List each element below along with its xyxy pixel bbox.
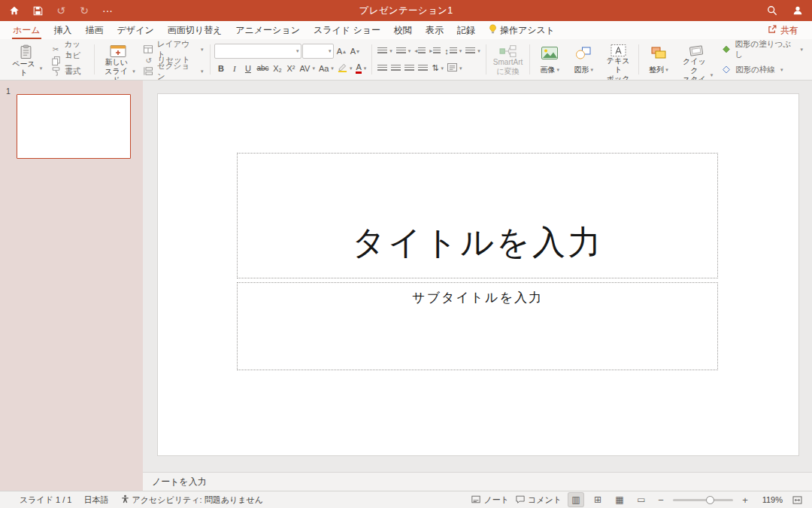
fit-slide-to-window-button[interactable] — [789, 493, 804, 506]
content-area: 1 タイトルを入力 サブタイトルを入力 ノートを入力 — [0, 81, 812, 491]
font-group: ▾ ▾ A▴ A▾ B I U abc X₂ X² AV▾ Aa▾ ▾ A▾ — [211, 41, 371, 78]
share-button[interactable]: 共有 — [760, 21, 806, 39]
zoom-in-button[interactable]: + — [740, 494, 750, 506]
arrange-button[interactable]: 整列▾ — [643, 42, 674, 77]
convert-to-smartart-button[interactable]: SmartArt に変換 — [490, 42, 526, 77]
ribbon-separator — [94, 44, 95, 75]
tab-label: 挿入 — [54, 24, 72, 37]
decrease-indent-button[interactable]: ◂ — [413, 44, 427, 58]
align-center-button[interactable] — [389, 61, 402, 75]
shrink-font-button[interactable]: A▾ — [348, 44, 361, 59]
subtitle-placeholder-text: サブタイトルを入力 — [412, 289, 543, 306]
reading-view-button[interactable]: ▭ — [634, 493, 649, 506]
align-right-button[interactable] — [403, 61, 416, 75]
superscript-button[interactable]: X² — [285, 61, 298, 75]
zoom-out-button[interactable]: − — [656, 494, 666, 506]
zoom-level[interactable]: 119% — [757, 495, 783, 504]
grid-view-button[interactable]: ⊞ — [590, 493, 605, 506]
search-icon[interactable] — [765, 4, 779, 17]
quick-styles-button[interactable]: クイック スタイル▾ — [677, 42, 716, 77]
tab-assistant[interactable]: 操作アシスト — [482, 21, 562, 39]
layout-button[interactable]: レイアウト▾ — [141, 44, 207, 55]
indent-lines-icon — [433, 47, 441, 55]
tab-design[interactable]: デザイン — [111, 21, 161, 39]
tab-view[interactable]: 表示 — [419, 21, 450, 39]
account-icon[interactable] — [791, 4, 804, 17]
title-bar: ↺ ↻ ··· プレゼンテーション1 — [0, 0, 812, 21]
subtitle-placeholder[interactable]: サブタイトルを入力 — [237, 282, 718, 370]
text-highlight-button[interactable]: ▾ — [336, 61, 354, 75]
redo-icon[interactable]: ↻ — [77, 4, 91, 17]
change-case-button[interactable]: Aa▾ — [317, 61, 335, 75]
zoom-slider[interactable] — [673, 499, 733, 501]
slide-editor: タイトルを入力 サブタイトルを入力 ノートを入力 — [143, 81, 812, 491]
title-placeholder[interactable]: タイトルを入力 — [237, 153, 718, 278]
copy-button[interactable]: コピー — [47, 55, 90, 66]
tab-home[interactable]: ホーム — [6, 21, 47, 39]
shape-fill-button[interactable]: 図形の塗りつぶし▾ — [718, 44, 806, 55]
new-slide-button[interactable]: 新しい スライド▾ — [98, 42, 138, 77]
tab-slideshow[interactable]: スライド ショー — [307, 21, 387, 39]
increase-indent-button[interactable]: ▸ — [428, 44, 442, 58]
notes-icon — [471, 495, 480, 505]
format-painter-button[interactable]: 書式 — [47, 66, 90, 77]
subscript-button[interactable]: X₂ — [271, 61, 284, 75]
tab-animations[interactable]: アニメーション — [229, 21, 307, 39]
line-spacing-button[interactable]: ↕▾ — [443, 44, 463, 58]
tab-review[interactable]: 校閲 — [387, 21, 419, 39]
shapes-button[interactable]: 図形▾ — [568, 42, 599, 77]
tab-record[interactable]: 記録 — [450, 21, 482, 39]
textbox-button[interactable]: テキスト ボックス — [601, 42, 635, 77]
notes-pane[interactable]: ノートを入力 — [143, 472, 812, 491]
chevron-down-icon: ▾ — [312, 65, 315, 71]
italic-button[interactable]: I — [228, 61, 241, 75]
bullets-button[interactable]: ▾ — [376, 44, 394, 58]
slide-counter[interactable]: スライド 1 / 1 — [20, 494, 72, 506]
chevron-down-icon: ▾ — [132, 68, 135, 75]
language-indicator[interactable]: 日本語 — [84, 494, 109, 506]
font-name-combobox[interactable]: ▾ — [214, 44, 301, 59]
undo-icon[interactable]: ↺ — [54, 4, 68, 17]
tab-draw[interactable]: 描画 — [79, 21, 111, 39]
align-left-button[interactable] — [376, 61, 389, 75]
comments-toggle-button[interactable]: コメント — [516, 494, 562, 506]
text-direction-button[interactable]: ⇅▾ — [430, 61, 445, 75]
tab-label: スライド ショー — [314, 24, 380, 37]
accessibility-status[interactable]: アクセシビリティ: 問題ありません — [121, 494, 263, 506]
normal-view-button[interactable]: ▥ — [568, 493, 583, 506]
character-spacing-button[interactable]: AV▾ — [298, 61, 317, 75]
columns-button[interactable]: ▾ — [464, 44, 482, 58]
copy-icon — [50, 56, 60, 65]
grow-font-button[interactable]: A▴ — [335, 44, 347, 59]
title-placeholder-text: タイトルを入力 — [352, 226, 603, 259]
slide-canvas[interactable]: タイトルを入力 サブタイトルを入力 — [158, 94, 798, 455]
slide-thumbnail[interactable] — [17, 94, 131, 159]
tab-insert[interactable]: 挿入 — [47, 21, 79, 39]
bold-button[interactable]: B — [214, 61, 227, 75]
paste-button[interactable]: ペースト▾ — [6, 42, 45, 77]
powerpoint-window: ↺ ↻ ··· プレゼンテーション1 ホーム 挿入 描画 デザイン 画面切り替え… — [0, 0, 812, 508]
notes-toggle-button[interactable]: ノート — [471, 494, 509, 506]
font-size-combobox[interactable]: ▾ — [302, 44, 334, 59]
share-label: 共有 — [780, 24, 798, 37]
numbering-button[interactable]: ▾ — [395, 44, 413, 58]
save-icon[interactable] — [31, 4, 44, 17]
align-text-button[interactable]: ▾ — [446, 61, 464, 75]
zoom-slider-knob[interactable] — [706, 496, 714, 504]
picture-button[interactable]: 画像▾ — [534, 42, 565, 77]
slide-sorter-view-button[interactable]: ▦ — [612, 493, 627, 506]
more-commands-icon[interactable]: ··· — [101, 4, 114, 17]
font-color-button[interactable]: A▾ — [354, 61, 368, 75]
home-icon[interactable] — [8, 4, 21, 17]
layout-icon — [144, 45, 153, 53]
underline-button[interactable]: U — [241, 61, 254, 75]
tab-transitions[interactable]: 画面切り替え — [161, 21, 229, 39]
section-label: セクション — [157, 61, 195, 81]
justify-button[interactable] — [417, 61, 429, 75]
chevron-down-icon: ▾ — [201, 47, 204, 53]
section-button[interactable]: セクション▾ — [141, 65, 207, 77]
chevron-down-icon: ▾ — [408, 48, 411, 54]
shape-outline-button[interactable]: 図形の枠線▾ — [718, 64, 806, 75]
shape-fill-icon — [721, 45, 731, 53]
strikethrough-button[interactable]: abc — [255, 61, 270, 75]
